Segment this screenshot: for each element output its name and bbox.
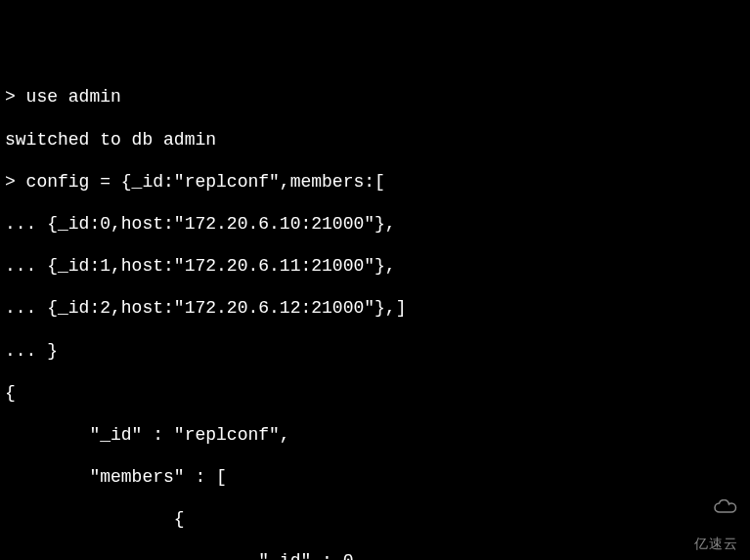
terminal-line: ... {_id:1,host:"172.20.6.11:21000"},	[5, 256, 745, 278]
watermark-text: 亿速云	[694, 536, 738, 551]
terminal-line: "_id" : "replconf",	[5, 425, 745, 447]
watermark: 亿速云	[685, 466, 740, 552]
terminal-line: "members" : [	[5, 467, 745, 489]
terminal-line: ... }	[5, 341, 745, 363]
terminal-line: {	[5, 509, 745, 531]
terminal-line: "_id" : 0,	[5, 551, 745, 560]
terminal-line: switched to db admin	[5, 130, 745, 151]
terminal-line: > use admin	[5, 87, 745, 108]
cloud-icon	[694, 483, 737, 535]
terminal-line: ... {_id:0,host:"172.20.6.10:21000"},	[5, 214, 745, 236]
terminal-line: > config = {_id:"replconf",members:[	[5, 172, 745, 194]
terminal-line: {	[5, 383, 745, 405]
terminal-line: ... {_id:2,host:"172.20.6.12:21000"},]	[5, 298, 745, 320]
